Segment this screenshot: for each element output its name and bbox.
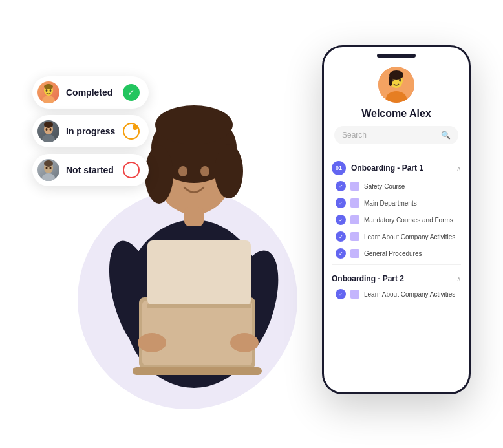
section-title-1: Onboarding - Part 1 <box>351 164 451 173</box>
doc-icon <box>350 290 359 299</box>
avatar-inprogress <box>37 120 59 142</box>
svg-point-6 <box>178 166 187 176</box>
section-number-1: 01 <box>332 161 346 175</box>
item-text: Safety Course <box>364 183 405 190</box>
phone-avatar <box>378 67 414 103</box>
svg-point-7 <box>200 166 209 176</box>
item-check-icon: ✓ <box>336 289 346 299</box>
svg-point-16 <box>138 333 166 352</box>
item-text: Learn About Company Activities <box>364 291 455 298</box>
inprogress-icon <box>123 123 140 140</box>
svg-point-20 <box>46 89 48 92</box>
svg-point-3 <box>145 145 173 204</box>
svg-point-39 <box>389 76 392 86</box>
phone-frame: Welcome Alex Search 🔍 01 Onboarding - Pa… <box>322 45 471 394</box>
item-check-icon: ✓ <box>336 181 346 191</box>
list-item: ✓ Learn About Company Activities <box>324 228 469 245</box>
status-label-inprogress: In progress <box>66 126 116 136</box>
svg-point-19 <box>42 96 55 103</box>
svg-rect-8 <box>184 207 204 226</box>
search-icon: 🔍 <box>441 131 451 140</box>
status-label-notstarted: Not started <box>66 165 116 175</box>
svg-point-17 <box>230 333 259 352</box>
list-item: ✓ Main Departments <box>324 195 469 211</box>
item-check-icon: ✓ <box>336 215 346 225</box>
svg-rect-12 <box>142 301 252 365</box>
svg-point-29 <box>42 173 55 181</box>
avatar-notstarted <box>37 159 59 181</box>
phone-header: Welcome Alex Search 🔍 <box>324 58 469 151</box>
svg-rect-15 <box>133 367 262 375</box>
avatar-completed <box>37 81 59 103</box>
svg-point-31 <box>50 167 52 169</box>
doc-icon <box>350 249 359 258</box>
list-item: ✓ Mandatory Courses and Forms <box>324 211 469 228</box>
doc-icon <box>350 198 359 208</box>
item-check-icon: ✓ <box>336 248 346 259</box>
phone-content: Welcome Alex Search 🔍 01 Onboarding - Pa… <box>324 58 469 392</box>
status-label-completed: Completed <box>66 87 116 98</box>
item-text: Mandatory Courses and Forms <box>364 217 453 224</box>
svg-rect-14 <box>147 304 251 308</box>
svg-point-25 <box>46 128 48 131</box>
item-text: Learn About Company Activities <box>364 233 455 240</box>
list-item: ✓ Learn About Company Activities <box>324 286 469 303</box>
item-check-icon: ✓ <box>336 198 346 208</box>
item-check-icon: ✓ <box>336 231 346 242</box>
section-chevron-2: ∧ <box>456 275 461 283</box>
svg-point-24 <box>42 134 55 142</box>
search-placeholder: Search <box>342 131 437 140</box>
section-divider <box>332 264 461 265</box>
svg-rect-13 <box>147 240 251 305</box>
status-card-completed[interactable]: Completed ✓ <box>32 76 149 109</box>
doc-icon <box>350 232 359 241</box>
svg-point-26 <box>50 128 52 131</box>
status-card-notstarted[interactable]: Not started <box>32 154 149 186</box>
doc-icon <box>350 182 359 191</box>
status-cards-container: Completed ✓ In progress N <box>32 76 149 186</box>
notstarted-icon <box>123 162 140 178</box>
welcome-text: Welcome Alex <box>361 108 431 120</box>
item-text: General Procedures <box>364 250 422 257</box>
completed-check-icon: ✓ <box>123 84 140 101</box>
svg-point-30 <box>46 167 48 169</box>
search-bar[interactable]: Search 🔍 <box>334 126 458 144</box>
list-item: ✓ General Procedures <box>324 245 469 262</box>
item-text: Main Departments <box>364 200 417 207</box>
svg-point-22 <box>44 84 53 89</box>
svg-point-5 <box>155 105 233 144</box>
list-item: ✓ Safety Course <box>324 178 469 195</box>
section-title-2: Onboarding - Part 2 <box>332 274 451 283</box>
doc-icon <box>350 215 359 224</box>
section-header-1: 01 Onboarding - Part 1 ∧ <box>324 156 469 178</box>
status-card-inprogress[interactable]: In progress <box>32 115 149 147</box>
phone-list: 01 Onboarding - Part 1 ∧ ✓ Safety Course… <box>324 151 469 392</box>
svg-point-21 <box>50 89 52 92</box>
section-chevron-1: ∧ <box>456 165 461 172</box>
svg-point-4 <box>215 144 243 198</box>
svg-point-27 <box>44 122 53 128</box>
svg-point-32 <box>44 160 53 167</box>
section-header-2: Onboarding - Part 2 ∧ <box>324 268 469 286</box>
phone-mockup: Welcome Alex Search 🔍 01 Onboarding - Pa… <box>322 45 471 394</box>
